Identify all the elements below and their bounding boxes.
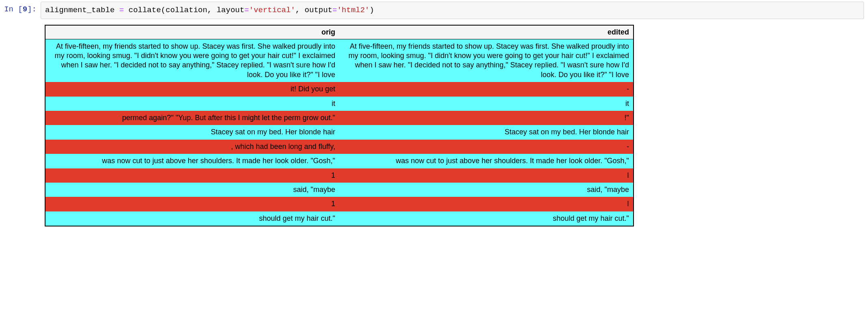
- table-cell: I: [339, 168, 634, 183]
- table-cell: Stacey sat on my bed. Her blonde hair: [45, 125, 339, 139]
- code-kw1-eq: =: [244, 6, 249, 15]
- code-comma1: ,: [207, 6, 217, 15]
- code-input[interactable]: alignment_table = collate(collation, lay…: [41, 2, 864, 19]
- table-row: , which had been long and fluffy,-: [45, 140, 634, 154]
- table-row: itit: [45, 97, 634, 111]
- table-cell: it! Did you get: [45, 82, 339, 96]
- column-header-edited: edited: [339, 25, 634, 39]
- alignment-table: orig edited At five-fifteen, my friends …: [45, 25, 634, 226]
- table-header-row: orig edited: [45, 25, 634, 39]
- code-kw1-value: 'vertical': [249, 6, 295, 15]
- code-kw2-name: output: [305, 6, 332, 15]
- table-row: said, "maybesaid, "maybe: [45, 183, 634, 197]
- table-row: 1I: [45, 168, 634, 183]
- table-cell: was now cut to just above her shoulders.…: [45, 154, 339, 168]
- code-equals: =: [119, 6, 124, 15]
- code-paren-close: ): [369, 6, 374, 15]
- table-cell: was now cut to just above her shoulders.…: [339, 154, 634, 168]
- table-cell: I: [339, 197, 634, 211]
- table-cell: !": [339, 111, 634, 125]
- table-cell: -: [339, 82, 634, 96]
- table-cell: it: [45, 97, 339, 111]
- input-prompt: In [9]:: [0, 2, 41, 14]
- table-cell: 1: [45, 168, 339, 183]
- table-cell: it: [339, 97, 634, 111]
- notebook-cell: In [9]: alignment_table = collate(collat…: [0, 0, 868, 21]
- code-comma2: ,: [295, 6, 305, 15]
- table-row: permed again?" "Yup. But after this I mi…: [45, 111, 634, 125]
- table-row: should get my hair cut."should get my ha…: [45, 211, 634, 226]
- code-kw1-name: layout: [217, 6, 244, 15]
- table-cell: said, "maybe: [339, 183, 634, 197]
- prompt-bracket-close: ]:: [27, 5, 37, 14]
- table-cell: said, "maybe: [45, 183, 339, 197]
- table-row: was now cut to just above her shoulders.…: [45, 154, 634, 168]
- table-cell: , which had been long and fluffy,: [45, 140, 339, 154]
- column-header-orig: orig: [45, 25, 339, 39]
- output-area: orig edited At five-fifteen, my friends …: [41, 21, 868, 231]
- code-paren-open: (: [161, 6, 165, 15]
- table-cell: 1: [45, 197, 339, 211]
- code-kw2-value: 'html2': [337, 6, 369, 15]
- table-cell: -: [339, 140, 634, 154]
- table-cell: At five-fifteen, my friends started to s…: [339, 39, 634, 82]
- table-cell: At five-fifteen, my friends started to s…: [45, 39, 339, 82]
- table-row: it! Did you get-: [45, 82, 634, 96]
- table-cell: should get my hair cut.": [45, 211, 339, 226]
- code-kw2-eq: =: [332, 6, 337, 15]
- table-row: 1I: [45, 197, 634, 211]
- table-cell: should get my hair cut.": [339, 211, 634, 226]
- prompt-bracket-open: [: [13, 5, 23, 14]
- table-cell: permed again?" "Yup. But after this I mi…: [45, 111, 339, 125]
- prompt-label: In: [4, 5, 13, 14]
- table-row: Stacey sat on my bed. Her blonde hairSta…: [45, 125, 634, 139]
- code-func: collate: [128, 6, 161, 15]
- prompt-number: 9: [23, 5, 27, 14]
- code-assign-target: alignment_table: [45, 6, 115, 15]
- table-cell: Stacey sat on my bed. Her blonde hair: [339, 125, 634, 139]
- table-row: At five-fifteen, my friends started to s…: [45, 39, 634, 82]
- input-area: alignment_table = collate(collation, lay…: [41, 2, 868, 19]
- code-arg0: collation: [165, 6, 207, 15]
